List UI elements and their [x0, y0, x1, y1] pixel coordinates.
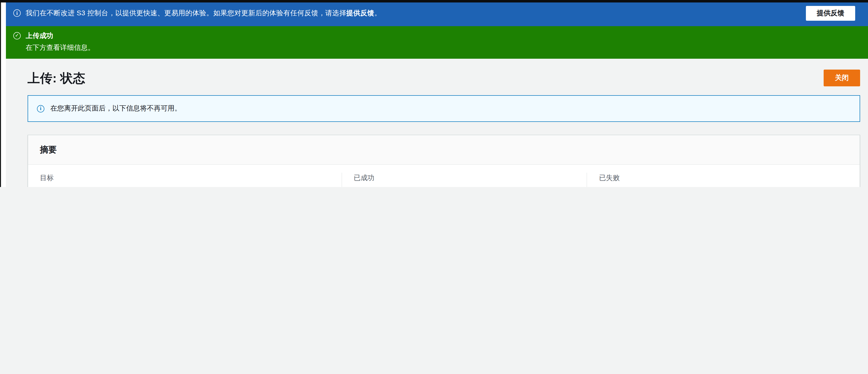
summary-panel: 摘要 目标 s3://hahauzju 已成功 1 个文件, 105.3KB (…: [28, 135, 860, 187]
s3-upload-status-page: 我们在不断改进 S3 控制台，以提供更快速、更易用的体验。如果您对更新后的体验有…: [0, 0, 868, 187]
succeeded-label: 已成功: [354, 174, 575, 182]
destination-label: 目标: [40, 174, 330, 182]
alert-text: 在您离开此页面后，以下信息将不再可用。: [50, 104, 181, 113]
summary-succeeded: 已成功 1 个文件, 105.3KB (100.00%): [341, 173, 587, 187]
summary-failed: 已失败 0 个文件, 0B (0%): [587, 173, 860, 187]
info-flashbar: 我们在不断改进 S3 控制台，以提供更快速、更易用的体验。如果您对更新后的体验有…: [6, 0, 868, 26]
summary-destination: 目标 s3://hahauzju: [28, 173, 341, 187]
failed-label: 已失败: [599, 174, 848, 182]
page-leave-alert: 在您离开此页面后，以下信息将不再可用。: [28, 95, 860, 122]
success-flashbar-description: 在下方查看详细信息。: [26, 44, 95, 52]
left-gutter: [0, 2, 6, 187]
success-flashbar: 上传成功 在下方查看详细信息。: [6, 26, 868, 59]
provide-feedback-button[interactable]: 提供反馈: [806, 6, 855, 21]
info-icon: [13, 9, 21, 17]
alert-info-icon: [37, 105, 44, 112]
success-check-icon: [13, 32, 21, 39]
summary-title: 摘要: [28, 135, 860, 165]
close-button[interactable]: 关闭: [824, 69, 860, 86]
success-flashbar-title: 上传成功: [26, 32, 95, 40]
page-title: 上传: 状态: [28, 70, 85, 86]
window-top-edge: [0, 0, 868, 2]
info-flashbar-message: 我们在不断改进 S3 控制台，以提供更快速、更易用的体验。如果您对更新后的体验有…: [26, 9, 801, 18]
